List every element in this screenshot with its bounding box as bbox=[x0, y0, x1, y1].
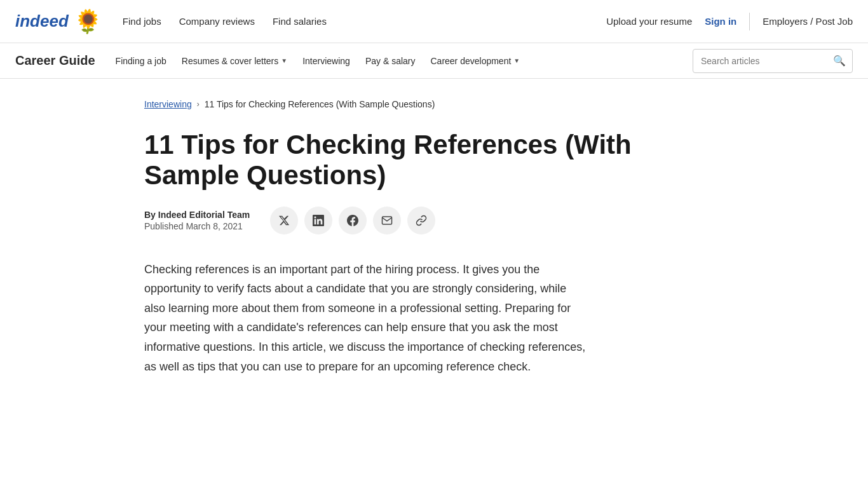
finding-a-job-link[interactable]: Finding a job bbox=[116, 56, 166, 66]
career-development-link[interactable]: Career development ▼ bbox=[430, 56, 520, 66]
guide-nav-links: Finding a job Resumes & cover letters ▼ … bbox=[116, 56, 693, 66]
sunflower-icon: 🌻 bbox=[74, 8, 102, 35]
facebook-share-button[interactable] bbox=[339, 207, 367, 234]
nav-divider bbox=[749, 13, 750, 30]
career-guide-title: Career Guide bbox=[15, 53, 95, 68]
breadcrumb-separator: › bbox=[197, 100, 200, 109]
publish-date: Published March 8, 2021 bbox=[144, 221, 250, 231]
article-body: Checking references is an important part… bbox=[144, 260, 724, 377]
upload-resume-link[interactable]: Upload your resume bbox=[606, 16, 692, 27]
search-button[interactable]: 🔍 bbox=[827, 55, 852, 67]
article-title: 11 Tips for Checking References (With Sa… bbox=[144, 130, 653, 191]
search-articles-area: 🔍 bbox=[693, 49, 853, 73]
resumes-cover-letters-link[interactable]: Resumes & cover letters ▼ bbox=[182, 56, 287, 66]
social-share-buttons bbox=[270, 207, 435, 234]
linkedin-share-button[interactable] bbox=[304, 207, 332, 234]
indeed-wordmark: indeed bbox=[15, 11, 69, 31]
find-salaries-link[interactable]: Find salaries bbox=[273, 16, 327, 27]
employers-link[interactable]: Employers / Post Job bbox=[763, 16, 853, 27]
breadcrumb: Interviewing › 11 Tips for Checking Refe… bbox=[144, 99, 724, 109]
main-content: Interviewing › 11 Tips for Checking Refe… bbox=[129, 79, 739, 414]
top-nav-links: Find jobs Company reviews Find salaries bbox=[123, 16, 606, 27]
sign-in-button[interactable]: Sign in bbox=[705, 16, 736, 27]
breadcrumb-interviewing-link[interactable]: Interviewing bbox=[144, 99, 192, 109]
indeed-logo-link[interactable]: indeed 🌻 bbox=[15, 8, 102, 35]
company-reviews-link[interactable]: Company reviews bbox=[179, 16, 255, 27]
chevron-down-icon: ▼ bbox=[281, 57, 287, 64]
copy-link-button[interactable] bbox=[407, 207, 435, 234]
top-nav-right: Upload your resume Sign in Employers / P… bbox=[606, 13, 853, 30]
pay-salary-link[interactable]: Pay & salary bbox=[365, 56, 416, 66]
author-info: By Indeed Editorial Team Published March… bbox=[144, 210, 250, 231]
interviewing-link[interactable]: Interviewing bbox=[302, 56, 350, 66]
chevron-down-icon: ▼ bbox=[513, 57, 520, 64]
email-share-button[interactable] bbox=[373, 207, 401, 234]
find-jobs-link[interactable]: Find jobs bbox=[123, 16, 161, 27]
top-navigation: indeed 🌻 Find jobs Company reviews Find … bbox=[0, 0, 868, 43]
search-input[interactable] bbox=[693, 56, 827, 66]
breadcrumb-current-page: 11 Tips for Checking References (With Sa… bbox=[205, 99, 435, 109]
article-meta: By Indeed Editorial Team Published March… bbox=[144, 207, 724, 234]
career-guide-navigation: Career Guide Finding a job Resumes & cov… bbox=[0, 43, 868, 79]
twitter-share-button[interactable] bbox=[270, 207, 298, 234]
author-name: By Indeed Editorial Team bbox=[144, 210, 250, 220]
article-intro-paragraph: Checking references is an important part… bbox=[144, 260, 589, 377]
